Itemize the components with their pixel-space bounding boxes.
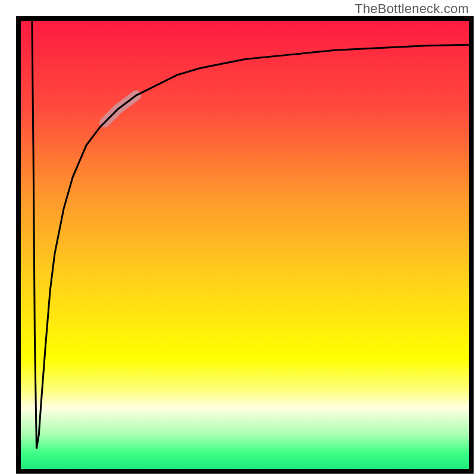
chart-background-gradient [18,18,471,471]
bottleneck-chart [0,0,476,476]
chart-stage: { "attribution": "TheBottleneck.com", "c… [0,0,476,476]
attribution-text: TheBottleneck.com [355,1,469,17]
